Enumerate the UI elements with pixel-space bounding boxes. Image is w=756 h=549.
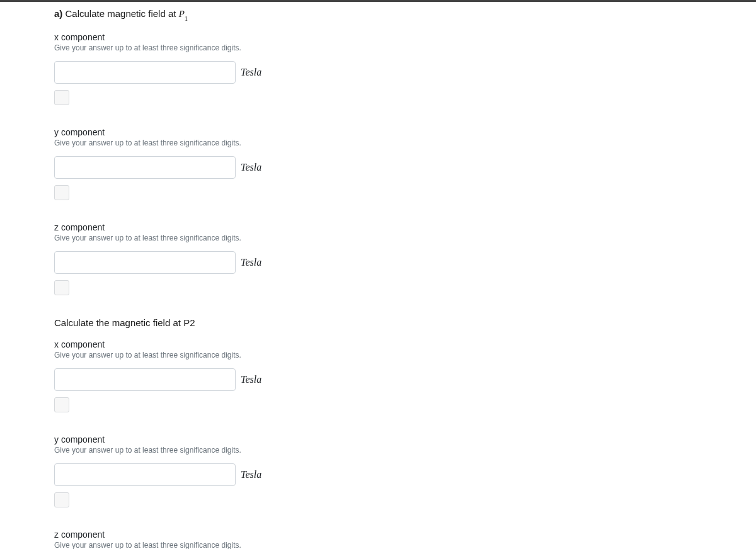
p1-x-input[interactable] [54,61,236,84]
p1-x-component-block: x component Give your answer up to at le… [54,32,756,107]
p2-x-label: x component [54,339,756,349]
p2-x-input[interactable] [54,368,236,391]
p1-y-hint: Give your answer up to at least three si… [54,139,756,147]
p1-x-hint: Give your answer up to at least three si… [54,43,756,52]
p2-z-component-block: z component Give your answer up to at le… [54,529,756,549]
part-letter: a) [54,8,62,19]
p1-y-action-button[interactable] [54,185,69,200]
p2-z-label: z component [54,529,756,540]
p1-z-unit: Tesla [241,257,261,268]
p1-x-action-button[interactable] [54,90,69,105]
p2-z-hint: Give your answer up to at least three si… [54,541,756,549]
point-variable-p2: P [183,317,190,328]
point-subscript-1: 1 [185,14,188,22]
p2-x-action-button[interactable] [54,397,69,412]
p1-x-input-row: Tesla [54,61,756,84]
p1-y-component-block: y component Give your answer up to at le… [54,127,756,202]
part-a-title: a) Calculate magnetic field at P1 [54,8,756,21]
p1-z-input-row: Tesla [54,251,756,274]
p1-y-label: y component [54,127,756,137]
p1-z-label: z component [54,222,756,232]
content-area: a) Calculate magnetic field at P1 x comp… [0,2,756,549]
p1-x-label: x component [54,32,756,42]
p2-y-hint: Give your answer up to at least three si… [54,446,756,455]
p1-y-input[interactable] [54,156,236,179]
point-subscript-2: 2 [190,317,195,328]
p1-y-unit: Tesla [241,162,261,173]
part-title-text: Calculate magnetic field at [66,8,179,19]
p2-y-action-button[interactable] [54,492,69,507]
p2-x-component-block: x component Give your answer up to at le… [54,339,756,414]
p1-z-input[interactable] [54,251,236,274]
p2-x-unit: Tesla [241,374,261,385]
p2-title-text: Calculate the magnetic field at [54,317,183,328]
p1-x-unit: Tesla [241,67,261,78]
p2-section-title: Calculate the magnetic field at P2 [54,317,756,328]
p2-x-input-row: Tesla [54,368,756,391]
p1-z-action-button[interactable] [54,280,69,295]
p1-z-hint: Give your answer up to at least three si… [54,234,756,242]
p2-x-hint: Give your answer up to at least three si… [54,351,756,359]
p2-y-input[interactable] [54,463,236,486]
p1-z-component-block: z component Give your answer up to at le… [54,222,756,297]
p2-y-input-row: Tesla [54,463,756,486]
p2-y-unit: Tesla [241,469,261,480]
p2-y-label: y component [54,434,756,444]
p1-y-input-row: Tesla [54,156,756,179]
point-variable-p1: P [179,9,185,19]
p2-y-component-block: y component Give your answer up to at le… [54,434,756,509]
